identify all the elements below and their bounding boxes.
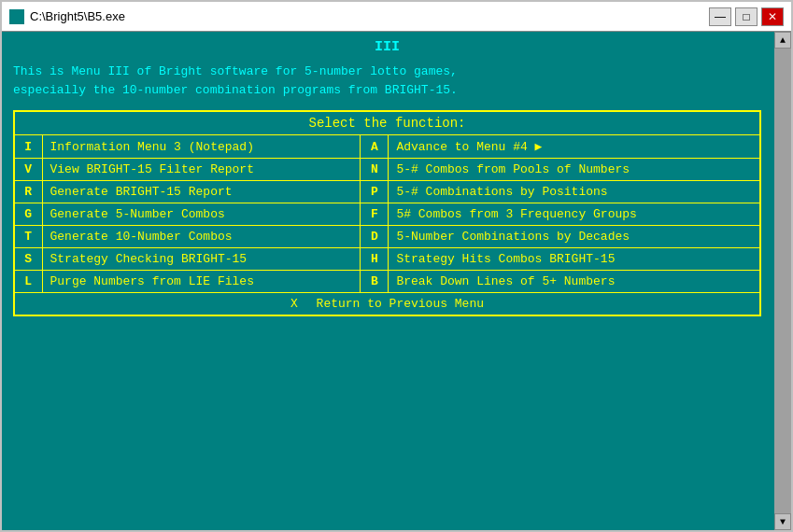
- menu-key-H[interactable]: H: [361, 248, 389, 271]
- menu-key-S[interactable]: S: [14, 248, 42, 271]
- menu-label-V[interactable]: View BRIGHT-15 Filter Report: [42, 159, 361, 181]
- desc-line1: This is Menu III of Bright software for …: [13, 64, 458, 78]
- menu-key-F[interactable]: F: [361, 203, 389, 226]
- menu-key-P[interactable]: P: [361, 181, 389, 203]
- app-icon: [9, 9, 24, 24]
- table-row: T Generate 10-Number Combos D 5-Number C…: [14, 226, 760, 248]
- description: This is Menu III of Bright software for …: [13, 63, 761, 99]
- menu-label-B[interactable]: Break Down Lines of 5+ Numbers: [389, 271, 760, 293]
- menu-label-S[interactable]: Strategy Checking BRIGHT-15: [42, 248, 361, 271]
- menu-label-T[interactable]: Generate 10-Number Combos: [42, 226, 361, 248]
- window-title: C:\Bright5\B5.exe: [30, 9, 709, 23]
- menu-label-I[interactable]: Information Menu 3 (Notepad): [42, 135, 361, 159]
- title-bar: C:\Bright5\B5.exe — □ ✕: [2, 2, 791, 32]
- minimize-button[interactable]: —: [709, 7, 731, 26]
- menu-label-G[interactable]: Generate 5-Number Combos: [42, 203, 361, 226]
- menu-label-P[interactable]: 5-# Combinations by Positions: [389, 181, 760, 203]
- table-row: I Information Menu 3 (Notepad) A Advance…: [14, 135, 760, 159]
- menu-label-R[interactable]: Generate BRIGHT-15 Report: [42, 181, 361, 203]
- menu-key-I[interactable]: I: [14, 135, 42, 159]
- desc-line2: especially the 10-number combination pro…: [13, 83, 458, 97]
- menu-label-N[interactable]: 5-# Combos from Pools of Numbers: [389, 159, 760, 181]
- menu-key-D[interactable]: D: [361, 226, 389, 248]
- menu-key-A[interactable]: A: [361, 135, 389, 159]
- window-controls: — □ ✕: [709, 7, 784, 26]
- menu-label-A[interactable]: Advance to Menu #4 ▶: [389, 135, 760, 159]
- scroll-track[interactable]: [774, 49, 791, 513]
- menu-key-N[interactable]: N: [361, 159, 389, 181]
- return-key[interactable]: X: [290, 297, 298, 311]
- scroll-up-button[interactable]: ▲: [774, 32, 791, 49]
- menu-key-B[interactable]: B: [361, 271, 389, 293]
- main-window: C:\Bright5\B5.exe — □ ✕ III This is Menu…: [0, 0, 793, 532]
- table-row: V View BRIGHT-15 Filter Report N 5-# Com…: [14, 159, 760, 181]
- close-button[interactable]: ✕: [761, 7, 784, 26]
- page-title: III: [13, 39, 761, 55]
- menu-key-V[interactable]: V: [14, 159, 42, 181]
- scroll-down-button[interactable]: ▼: [774, 513, 791, 530]
- menu-key-G[interactable]: G: [14, 203, 42, 226]
- table-row: R Generate BRIGHT-15 Report P 5-# Combin…: [14, 181, 760, 203]
- menu-label-D[interactable]: 5-Number Combinations by Decades: [389, 226, 760, 248]
- select-function-header: Select the function:: [14, 111, 760, 135]
- menu-key-L[interactable]: L: [14, 271, 42, 293]
- maximize-button[interactable]: □: [735, 7, 758, 26]
- return-label[interactable]: Return to Previous Menu: [317, 297, 484, 311]
- table-header-row: Select the function:: [14, 111, 760, 135]
- menu-label-F[interactable]: 5# Combos from 3 Frequency Groups: [389, 203, 760, 226]
- return-row: X Return to Previous Menu: [14, 293, 760, 316]
- scrollbar: ▲ ▼: [774, 32, 791, 530]
- return-to-menu-row[interactable]: X Return to Previous Menu: [14, 293, 760, 316]
- menu-key-R[interactable]: R: [14, 181, 42, 203]
- menu-key-T[interactable]: T: [14, 226, 42, 248]
- menu-label-L[interactable]: Purge Numbers from LIE Files: [42, 271, 361, 293]
- menu-label-H[interactable]: Strategy Hits Combos BRIGHT-15: [389, 248, 760, 271]
- table-row: G Generate 5-Number Combos F 5# Combos f…: [14, 203, 760, 226]
- table-row: L Purge Numbers from LIE Files B Break D…: [14, 271, 760, 293]
- table-row: S Strategy Checking BRIGHT-15 H Strategy…: [14, 248, 760, 271]
- menu-table: Select the function: I Information Menu …: [13, 110, 761, 316]
